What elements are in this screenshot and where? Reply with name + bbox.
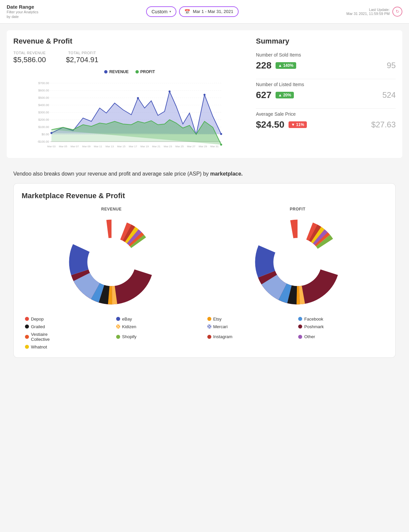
summary-listed-compare: 524: [382, 90, 396, 100]
legend-whatnot: Whatnot: [25, 344, 111, 349]
summary-listed-label: Number of Listed Items: [256, 82, 396, 87]
svg-text:Mar 21: Mar 21: [152, 145, 160, 148]
revenue-donut-svg: [65, 215, 158, 309]
svg-point-23: [220, 144, 222, 146]
summary-sold-compare: 95: [387, 61, 396, 70]
header-bar: Date Range Filter your Analyticsby date …: [0, 0, 409, 24]
legend-mercari-label: Mercari: [213, 324, 228, 329]
legend-instagram-label: Instagram: [213, 334, 233, 339]
legend-revenue: REVENUE: [104, 69, 128, 74]
legend-vestiaire-label: VestiaireCollective: [31, 332, 50, 342]
legend-depop-dot: [25, 317, 29, 321]
summary-asp-numbers: $24.50 ▼ 11% $27.63: [256, 119, 396, 130]
legend-depop: Depop: [25, 317, 111, 322]
summary-sold-label: Number of Sold Items: [256, 52, 396, 58]
last-update-label: Last Update:: [369, 8, 390, 12]
profit-donut-title: PROFIT: [208, 207, 388, 211]
chevron-down-icon: ▾: [169, 10, 171, 13]
description-text: Vendoo also breaks down your revenue and…: [7, 165, 402, 183]
summary-item-sold: Number of Sold Items 228 ▲ 140% 95: [256, 52, 396, 71]
summary-sold-numbers: 228 ▲ 140% 95: [256, 60, 396, 71]
svg-text:Mar 07: Mar 07: [71, 145, 79, 148]
date-range-label: Date Range Filter your Analyticsby date: [7, 4, 38, 19]
legend-shopify-label: Shopify: [122, 334, 136, 339]
svg-text:$100.00: $100.00: [38, 125, 49, 129]
svg-text:Mar 29: Mar 29: [199, 145, 207, 148]
svg-text:$400.00: $400.00: [38, 103, 49, 107]
legend-other-dot: [298, 335, 302, 339]
marketplace-title: Marketplace Revenue & Profit: [22, 192, 387, 200]
total-profit-value: $2,704.91: [66, 56, 99, 64]
legend-etsy: Etsy: [207, 317, 293, 322]
legend-instagram-dot: [207, 335, 211, 339]
total-profit-col: TOTAL PROFIT $2,704.91: [66, 51, 99, 64]
legend-vestiaire: VestiaireCollective: [25, 332, 111, 342]
revenue-donut-wrapper: REVENUE: [22, 207, 201, 309]
marketplace-legend-grid: Depop eBay Etsy Facebook Grailed Kidizen: [22, 317, 387, 349]
profit-donut-wrapper: PROFIT: [208, 207, 388, 309]
svg-text:-$100.00: -$100.00: [37, 140, 49, 143]
svg-text:$300.00: $300.00: [38, 111, 49, 114]
summary-listed-badge: ▲ 20%: [276, 92, 294, 98]
svg-text:$0.00: $0.00: [42, 133, 49, 136]
legend-profit-label: PROFIT: [140, 69, 155, 74]
legend-kidizen: Kidizen: [116, 324, 202, 329]
legend-other: Other: [298, 332, 384, 342]
refresh-icon: ↻: [396, 9, 399, 14]
svg-text:Mar 05: Mar 05: [59, 145, 67, 148]
legend-facebook: Facebook: [298, 317, 384, 322]
legend-facebook-label: Facebook: [304, 317, 323, 322]
refresh-button[interactable]: ↻: [392, 7, 402, 17]
profit-donut-svg: [251, 215, 344, 309]
date-controls: Custom ▾ 📅 Mar 1 - Mar 31, 2021: [146, 6, 239, 17]
svg-text:$600.00: $600.00: [38, 89, 49, 92]
summary-listed-numbers: 627 ▲ 20% 524: [256, 90, 396, 100]
svg-text:Mar 25: Mar 25: [175, 145, 184, 148]
legend-etsy-dot: [207, 317, 211, 321]
svg-text:Mar 03: Mar 03: [47, 145, 56, 148]
svg-text:Mar 23: Mar 23: [164, 145, 172, 148]
svg-text:Mar 27: Mar 27: [187, 145, 195, 148]
legend-poshmark: Poshmark: [298, 324, 384, 329]
legend-mercari-dot: [207, 325, 211, 329]
main-content: Revenue & Profit TOTAL REVENUE $5,586.00…: [0, 24, 409, 371]
last-update-value: Mar 31 2021, 11:59:59 PM: [346, 12, 390, 16]
legend-revenue-label: REVENUE: [109, 69, 128, 74]
svg-text:Mar 09: Mar 09: [82, 145, 91, 148]
summary-panel: Summary Number of Sold Items 228 ▲ 140% …: [256, 37, 396, 151]
total-revenue-value: $5,586.00: [13, 56, 46, 64]
svg-point-20: [169, 90, 171, 92]
legend-kidizen-dot: [116, 325, 120, 329]
legend-grailed-label: Grailed: [31, 324, 45, 329]
svg-point-66: [274, 238, 321, 286]
svg-text:$700.00: $700.00: [38, 81, 49, 85]
description-bold: marketplace.: [210, 171, 243, 177]
total-profit-label: TOTAL PROFIT: [66, 51, 99, 55]
last-update: Last Update: Mar 31 2021, 11:59:59 PM: [346, 8, 390, 16]
legend-vestiaire-dot: [25, 335, 29, 339]
date-range-subtitle: Filter your Analyticsby date: [7, 10, 38, 19]
legend-depop-label: Depop: [31, 317, 44, 322]
svg-point-22: [220, 133, 222, 135]
summary-sold-main: 228: [256, 60, 272, 71]
custom-dropdown[interactable]: Custom ▾: [146, 6, 176, 17]
svg-text:$200.00: $200.00: [38, 118, 49, 121]
svg-point-21: [204, 94, 206, 96]
chart-area: $700.00 $600.00 $500.00 $400.00 $300.00 …: [13, 78, 246, 151]
summary-item-asp: Average Sale Price $24.50 ▼ 11% $27.63: [256, 111, 396, 130]
summary-listed-main: 627: [256, 90, 272, 100]
summary-asp-badge: ▼ 11%: [289, 121, 307, 128]
revenue-donut-title: REVENUE: [22, 207, 201, 211]
date-range-value: Mar 1 - Mar 31, 2021: [193, 9, 233, 14]
legend-whatnot-label: Whatnot: [31, 344, 47, 349]
legend-shopify-dot: [116, 335, 120, 339]
svg-text:Mar 15: Mar 15: [117, 145, 125, 148]
total-revenue-label: TOTAL REVENUE: [13, 51, 46, 55]
legend-ebay-dot: [116, 317, 120, 321]
legend-poshmark-label: Poshmark: [304, 324, 324, 329]
legend-instagram: Instagram: [207, 332, 293, 342]
date-range-pill[interactable]: 📅 Mar 1 - Mar 31, 2021: [179, 6, 238, 17]
marketplace-card: Marketplace Revenue & Profit REVENUE: [13, 183, 396, 358]
profit-legend-dot: [135, 70, 139, 73]
summary-item-listed: Number of Listed Items 627 ▲ 20% 524: [256, 82, 396, 100]
